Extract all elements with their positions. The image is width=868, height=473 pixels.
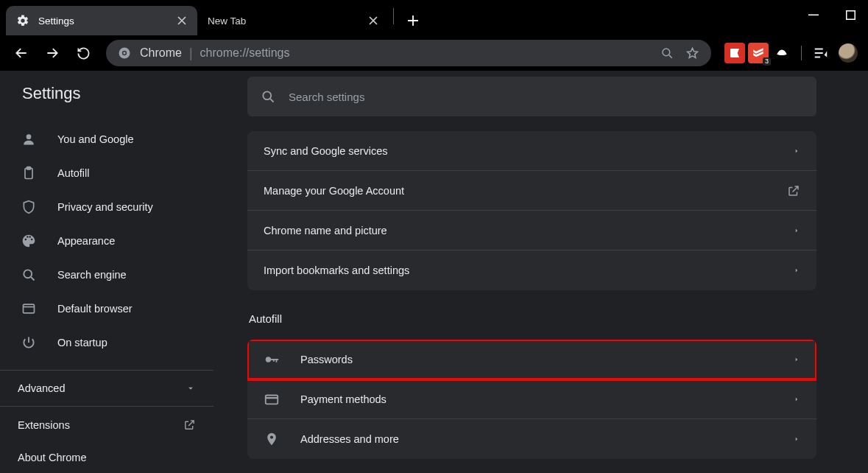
media-control-icon[interactable] [811, 43, 831, 63]
sidebar-item-label: Autofill [57, 167, 90, 179]
section-title-autofill: Autofill [249, 312, 816, 325]
row-label: Chrome name and picture [264, 225, 793, 236]
close-icon[interactable] [174, 13, 190, 29]
extension-icon[interactable] [772, 43, 792, 63]
tab-strip: Settings New Tab [0, 0, 868, 35]
svg-point-12 [266, 357, 271, 362]
back-button[interactable] [9, 41, 34, 66]
extensions-tray: 3 [724, 43, 862, 63]
extension-todoist-icon[interactable]: 3 [748, 43, 769, 63]
row-payment-methods[interactable]: Payment methods [247, 379, 816, 419]
chevron-right-icon [793, 227, 800, 234]
svg-rect-8 [27, 167, 31, 169]
svg-rect-14 [276, 359, 278, 362]
content: Settings You and Google Autofill [0, 71, 868, 473]
star-icon[interactable] [682, 43, 702, 63]
sidebar-item-autofill[interactable]: Autofill [0, 156, 214, 190]
svg-rect-16 [266, 395, 278, 404]
credit-card-icon [264, 391, 280, 407]
clipboard-icon [21, 165, 37, 181]
sidebar-item-on-startup[interactable]: On startup [0, 326, 214, 360]
avatar[interactable] [839, 43, 858, 63]
chevron-right-icon [793, 356, 800, 363]
tab-title: Settings [38, 15, 168, 27]
sidebar: Settings You and Google Autofill [0, 71, 214, 473]
omnibox[interactable]: Chrome | chrome://settings [106, 40, 711, 66]
browser-icon [21, 301, 37, 317]
sidebar-item-label: On startup [57, 337, 107, 348]
chevron-right-icon [793, 396, 800, 403]
maximize-button[interactable] [841, 6, 859, 24]
svg-rect-10 [24, 304, 35, 313]
sidebar-item-about[interactable]: About Chrome [0, 443, 214, 473]
search-icon [261, 89, 275, 104]
shield-icon [21, 199, 37, 215]
row-label: Manage your Google Account [264, 185, 787, 197]
row-label: Sync and Google services [264, 145, 793, 157]
page-title: Settings [0, 84, 214, 116]
omnibox-separator: | [189, 46, 193, 61]
svg-point-9 [24, 270, 32, 278]
search-settings[interactable] [247, 77, 816, 116]
svg-rect-15 [273, 359, 275, 362]
chevron-right-icon [793, 435, 800, 443]
person-icon [21, 131, 37, 147]
launch-icon [183, 418, 196, 431]
sidebar-item-label: Search engine [57, 269, 127, 281]
sidebar-about-label: About Chrome [18, 452, 87, 463]
forward-button[interactable] [40, 41, 65, 66]
svg-point-5 [663, 49, 670, 56]
sidebar-item-extensions[interactable]: Extensions [0, 407, 214, 442]
svg-point-6 [27, 134, 32, 139]
row-manage-account[interactable]: Manage your Google Account [247, 171, 816, 211]
omnibox-chip: Chrome [140, 46, 182, 60]
location-icon [264, 431, 280, 447]
row-label: Passwords [300, 354, 793, 365]
extension-icon[interactable] [724, 43, 745, 63]
minimize-button[interactable] [805, 6, 822, 24]
omnibox-url: chrome://settings [200, 46, 652, 60]
search-input[interactable] [289, 91, 803, 103]
you-and-google-card: Sync and Google services Manage your Goo… [247, 131, 816, 290]
row-label: Payment methods [300, 393, 793, 405]
sidebar-item-label: You and Google [57, 133, 133, 145]
svg-rect-1 [846, 10, 855, 19]
row-passwords[interactable]: Passwords [247, 340, 816, 379]
sidebar-extensions-label: Extensions [18, 419, 70, 431]
sidebar-advanced-label: Advanced [18, 382, 66, 394]
key-icon [264, 351, 280, 368]
chevron-right-icon [793, 267, 800, 274]
row-import-bookmarks[interactable]: Import bookmarks and settings [247, 250, 816, 290]
sidebar-advanced-toggle[interactable]: Advanced [0, 370, 214, 407]
autofill-card: Passwords Payment methods Addresses and … [247, 340, 816, 459]
extension-badge: 3 [763, 57, 771, 66]
chrome-icon [118, 46, 131, 60]
close-icon[interactable] [365, 13, 381, 29]
toolbar: Chrome | chrome://settings 3 [0, 35, 868, 71]
chevron-down-icon [186, 383, 196, 393]
sidebar-item-search-engine[interactable]: Search engine [0, 258, 214, 292]
svg-rect-0 [808, 15, 819, 16]
sidebar-item-default-browser[interactable]: Default browser [0, 292, 214, 326]
sidebar-item-label: Appearance [57, 235, 115, 247]
row-addresses[interactable]: Addresses and more [247, 419, 816, 459]
sidebar-item-appearance[interactable]: Appearance [0, 224, 214, 258]
window-controls [805, 6, 859, 24]
row-name-picture[interactable]: Chrome name and picture [247, 211, 816, 250]
row-sync[interactable]: Sync and Google services [247, 131, 816, 171]
sidebar-item-you-and-google[interactable]: You and Google [0, 122, 214, 156]
reload-button[interactable] [71, 41, 96, 66]
search-icon[interactable] [657, 43, 677, 63]
row-label: Import bookmarks and settings [264, 264, 793, 276]
tab-title: New Tab [208, 15, 359, 27]
sidebar-item-privacy[interactable]: Privacy and security [0, 190, 214, 224]
separator [801, 46, 802, 60]
tab-new[interactable]: New Tab [197, 6, 389, 35]
svg-point-11 [263, 91, 271, 99]
chevron-right-icon [793, 147, 800, 155]
tab-settings[interactable]: Settings [6, 6, 197, 35]
sidebar-item-label: Privacy and security [57, 201, 153, 213]
new-tab-button[interactable] [401, 9, 425, 32]
palette-icon [21, 233, 37, 249]
launch-icon [787, 184, 800, 197]
